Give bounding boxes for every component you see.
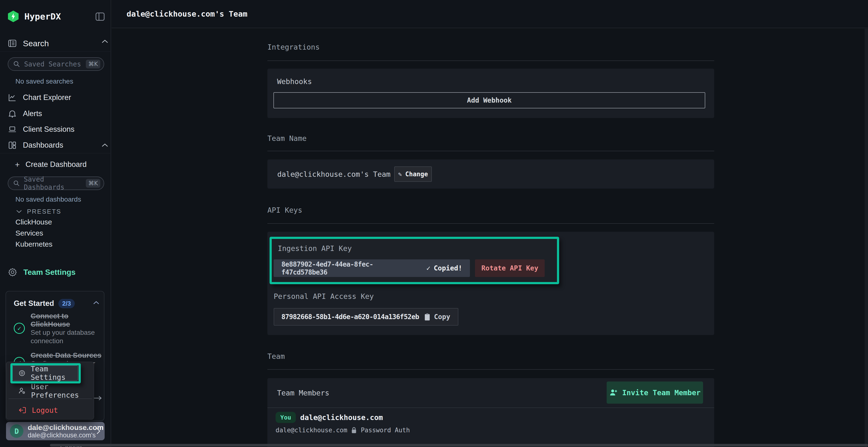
sidebar: HyperDX Search Saved Searches ⌘K No save… xyxy=(0,0,111,447)
member-auth-method: Password Auth xyxy=(361,426,410,434)
menu-item-label: User Preferences xyxy=(31,382,94,399)
chevron-right-icon xyxy=(96,427,101,435)
get-started-item-title: Create Data Sources xyxy=(31,351,103,359)
team-members-title: Team Members xyxy=(277,389,329,397)
horizontal-scrollbar[interactable] xyxy=(50,444,868,447)
check-icon: ✓ xyxy=(426,264,430,272)
dashboards-icon xyxy=(8,141,17,149)
get-started-item-subtitle: connection xyxy=(31,337,100,345)
sidebar-item-alerts[interactable]: Alerts xyxy=(8,109,42,118)
sidebar-item-chart-explorer[interactable]: Chart Explorer xyxy=(8,93,71,102)
app-title: HyperDX xyxy=(24,11,61,22)
saved-dashboards-input[interactable]: Saved Dashboards ⌘K xyxy=(8,176,104,190)
shortcut-badge: ⌘K xyxy=(86,179,100,187)
get-started-collapse-chevron-icon[interactable] xyxy=(93,301,100,305)
section-divider xyxy=(268,223,714,224)
menu-item-user-preferences[interactable]: User Preferences xyxy=(18,385,94,397)
plus-icon: + xyxy=(15,160,20,169)
menu-item-logout[interactable]: Logout xyxy=(18,404,58,416)
page-title: dale@clickhouse.com's Team xyxy=(127,0,247,28)
create-dashboard-label: Create Dashboard xyxy=(26,160,87,169)
personal-key-value: 87982668-58b1-4d6e-a620-014a136f52eb xyxy=(281,313,419,321)
collapse-sidebar-button[interactable] xyxy=(95,12,105,21)
sidebar-item-client-sessions[interactable]: Client Sessions xyxy=(8,125,74,134)
create-dashboard-button[interactable]: + Create Dashboard xyxy=(15,160,87,169)
preset-kubernetes[interactable]: Kubernetes xyxy=(16,240,52,248)
section-title-integrations: Integrations xyxy=(268,43,320,51)
user-email: dale@clickhouse.com xyxy=(28,423,96,432)
personal-key-label: Personal API Access Key xyxy=(274,292,374,301)
logout-icon xyxy=(18,406,27,414)
rotate-api-key-button[interactable]: Rotate API Key xyxy=(475,260,545,277)
no-saved-searches-text: No saved searches xyxy=(16,77,73,85)
saved-searches-input[interactable]: Saved Searches ⌘K xyxy=(8,57,104,71)
search-collapse-chevron-icon[interactable] xyxy=(101,39,108,44)
api-keys-panel: Ingestion API Key 8e887902-4ed7-44ea-8fe… xyxy=(268,232,714,335)
sidebar-item-team-settings[interactable]: Team Settings xyxy=(8,267,75,277)
user-team-name: dale@clickhouse.com's xyxy=(28,432,96,439)
user-plus-icon xyxy=(609,388,618,397)
invite-team-member-button[interactable]: Invite Team Member xyxy=(607,381,703,404)
hyperdx-logo-icon xyxy=(8,10,19,22)
presets-label: PRESETS xyxy=(27,208,61,215)
menu-divider xyxy=(9,399,92,399)
presets-toggle[interactable]: PRESETS xyxy=(16,207,61,216)
team-panel: Team Members Invite Team Member You dale… xyxy=(268,378,714,447)
section-title-team: Team xyxy=(268,352,285,360)
app-root: HyperDX Search Saved Searches ⌘K No save… xyxy=(0,0,868,447)
check-circle-icon: ✓ xyxy=(14,323,25,334)
section-title-api-keys: API Keys xyxy=(268,206,302,214)
section-title-team-name: Team Name xyxy=(268,134,307,143)
vertical-scrollbar[interactable] xyxy=(865,29,868,447)
dashboards-collapse-chevron-icon[interactable] xyxy=(101,143,108,148)
personal-key-chip[interactable]: 87982668-58b1-4d6e-a620-014a136f52eb Cop… xyxy=(274,308,458,325)
search-icon xyxy=(13,61,20,68)
team-name-value: dale@clickhouse.com's Team xyxy=(277,170,391,178)
webhooks-title: Webhooks xyxy=(277,77,312,86)
invite-team-member-label: Invite Team Member xyxy=(622,388,701,397)
add-webhook-button[interactable]: Add Webhook xyxy=(273,92,705,108)
rotate-api-key-label: Rotate API Key xyxy=(481,264,538,272)
pencil-icon: ✎ xyxy=(398,171,402,178)
search-section-icon xyxy=(8,39,17,48)
chevron-down-icon xyxy=(16,209,22,214)
ingestion-key-value: 8e887902-4ed7-44ea-8fec-f47cd578be36 xyxy=(281,260,416,276)
member-email: dale@clickhouse.com xyxy=(276,426,347,434)
gear-icon xyxy=(8,268,17,277)
get-started-item-title: Connect to xyxy=(31,312,100,320)
no-saved-dashboards-text: No saved dashboards xyxy=(16,196,81,203)
annotation-box-team-settings xyxy=(10,363,81,383)
sidebar-section-search[interactable]: Search xyxy=(8,37,49,50)
page-header: dale@clickhouse.com's Team xyxy=(112,0,868,28)
sidebar-item-dashboards[interactable]: Dashboards xyxy=(8,140,63,150)
team-settings-label: Team Settings xyxy=(23,268,75,277)
preset-services[interactable]: Services xyxy=(16,229,43,237)
sidebar-divider xyxy=(0,153,111,153)
panel-divider xyxy=(268,408,714,408)
section-divider xyxy=(268,369,714,370)
you-badge: You xyxy=(276,412,296,423)
webhooks-panel: Webhooks Add Webhook xyxy=(268,69,714,118)
sidebar-divider xyxy=(0,51,111,51)
sidebar-item-label: Dashboards xyxy=(23,141,63,149)
change-label: Change xyxy=(405,171,428,178)
search-section-label: Search xyxy=(23,39,49,48)
user-account-button[interactable]: D dale@clickhouse.com dale@clickhouse.co… xyxy=(6,422,105,440)
menu-item-label: Logout xyxy=(32,406,58,414)
you-badge-label: You xyxy=(280,414,291,421)
clipboard-icon xyxy=(424,313,431,321)
user-gear-icon xyxy=(18,387,26,395)
copy-label: Copy xyxy=(434,313,450,321)
section-divider xyxy=(268,151,714,151)
preset-clickhouse[interactable]: ClickHouse xyxy=(16,218,52,226)
laptop-icon xyxy=(8,125,17,134)
member-name: dale@clickhouse.com xyxy=(300,413,383,422)
section-divider xyxy=(268,61,714,61)
change-team-name-button[interactable]: ✎ Change xyxy=(394,166,432,182)
ingestion-key-label: Ingestion API Key xyxy=(278,244,352,253)
avatar: D xyxy=(10,424,23,438)
add-webhook-label: Add Webhook xyxy=(467,96,512,104)
bell-icon xyxy=(8,109,17,118)
arrow-right-icon[interactable] xyxy=(93,395,102,401)
ingestion-key-chip[interactable]: 8e887902-4ed7-44ea-8fec-f47cd578be36 ✓ C… xyxy=(274,260,470,277)
